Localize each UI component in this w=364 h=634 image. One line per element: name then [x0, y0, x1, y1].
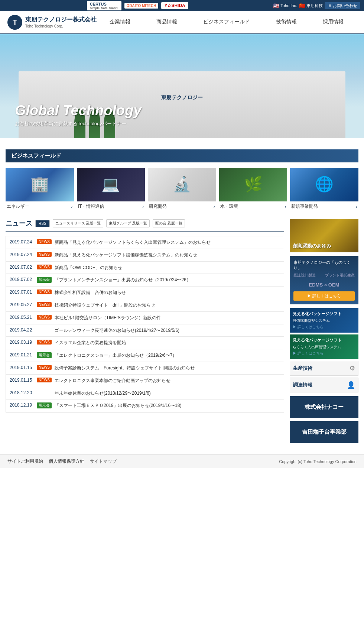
- news-item-date: 2019.07.24: [10, 239, 34, 245]
- energy-arrow-icon: ›: [71, 204, 73, 209]
- news-item[interactable]: 2019.05.27NEWS技術紹介特設ウェブサイト「drill」開設のお知らせ: [6, 299, 284, 312]
- news-item-text: 新商品「見える化パッケージソフト設備稼働監視システム」のお知らせ: [55, 252, 197, 258]
- news-item-tag: NEWS: [37, 365, 52, 370]
- sidebar-nako-button[interactable]: 株式会社ナコー: [290, 396, 358, 418]
- news-item-date: 2019.07.24: [10, 252, 34, 257]
- sidebar-production-text: 生産技術: [293, 365, 312, 372]
- news-item-tag: 展示会: [37, 402, 52, 408]
- news-item-tag: [37, 390, 52, 391]
- sidebar-mieru1-block[interactable]: 見える化パッケージソフト 設備稼働監視システム ▶ 詳しくはこちら: [290, 308, 358, 333]
- news-item[interactable]: 2019.05.21NEWS本社ビル1階交流サロン（TIME'Sラウンジ）新設の…: [6, 312, 284, 324]
- news-item[interactable]: 2019.03.19NEWSイスラエル企業との業務提携を開始: [6, 337, 284, 349]
- logo-text: 東朋テクノロジー株式会社 Toho Technology Corp.: [25, 16, 97, 29]
- news-item-tag: [37, 327, 52, 328]
- news-item[interactable]: 2019.01.15NEWSエレクトロニクス事業本部のご紹介動画アップのお知らせ: [6, 375, 284, 387]
- nav-technology[interactable]: 技術情報: [270, 15, 302, 30]
- nav-recruit[interactable]: 採用情報: [317, 15, 349, 30]
- sidebar-yoshida-button[interactable]: 吉田端子台事業部: [290, 421, 358, 443]
- sidebar-edms-button[interactable]: ▶ 詳しくはこちら: [293, 291, 355, 301]
- business-item-water[interactable]: 水・環境 ›: [219, 168, 287, 211]
- water-arrow-icon: ›: [285, 204, 286, 209]
- site-footer: サイトご利用規約 個人情報保護方針 サイトマップ Copyright (c) T…: [0, 454, 364, 468]
- news-item-date: 2018.12.19: [10, 402, 34, 408]
- business-section: ビジネスフィールド エネルギー › IT・情報通信 › 研究開発 ›: [0, 149, 364, 211]
- nav-business[interactable]: ビジネスフィールド: [198, 15, 256, 30]
- us-flag-icon: 🇺🇸: [273, 3, 279, 9]
- yoshida-logo: Y☆SHIDA: [161, 2, 188, 9]
- business-item-energy[interactable]: エネルギー ›: [6, 168, 74, 211]
- footer-link-privacy[interactable]: 個人情報保護方針: [49, 458, 84, 465]
- business-label-research: 研究開発 ›: [148, 201, 216, 211]
- sidebar-history-block[interactable]: 創意躍動のあゆみ: [290, 219, 358, 252]
- rss-button[interactable]: RSS: [35, 220, 50, 227]
- news-section: ニュース RSS ニュースリリース 及版一覧 東朋グループ 及版一覧 匠の会 及…: [6, 219, 284, 443]
- nav-products[interactable]: 商品情報: [151, 15, 183, 30]
- logo-jp: 東朋テクノロジー株式会社: [25, 16, 97, 24]
- news-item-date: 2019.03.19: [10, 340, 34, 345]
- nav-company[interactable]: 企業情報: [104, 15, 136, 30]
- news-item[interactable]: 2019.04.22ゴールデンウィーク長期連休のお知らせ(2019/4/27〜2…: [6, 324, 284, 337]
- business-item-it[interactable]: IT・情報通信 ›: [77, 168, 145, 211]
- news-item[interactable]: 2019.07.24NEWS新商品「見える化パッケージソフト設備稼働監視システム…: [6, 249, 284, 262]
- news-item[interactable]: 2019.07.02展示会「プラントメンテナンスショー」出展のお知らせ（2019…: [6, 274, 284, 287]
- news-item-date: 2019.05.27: [10, 302, 34, 307]
- footer-link-terms[interactable]: サイトご利用規約: [7, 458, 43, 465]
- sidebar-mieru2-link[interactable]: ▶ 詳しくはこちら: [293, 351, 355, 356]
- procurement-arrow-icon: 👤: [347, 381, 355, 389]
- business-thumb-it: [77, 168, 145, 201]
- sidebar-edms-block[interactable]: 東朋テクノロジーの「ものづくり」 受託設計製造 ブランド委託生産 EDMS × …: [290, 256, 358, 304]
- news-item[interactable]: 2019.01.21展示会「エレクトロニクスショー」出展のお知らせ（2019/2…: [6, 349, 284, 362]
- news-item-text: 新商品「見える化パッケージソフトらくらく入出庫管理システム」のお知らせ: [55, 239, 211, 246]
- logo-mark: T: [7, 15, 22, 30]
- toho-inc-label: Toho Inc.: [280, 3, 297, 8]
- toho-cn-link[interactable]: 🇨🇳 東朋科技: [299, 3, 323, 9]
- hero-title: Global Technology: [15, 103, 142, 119]
- research-arrow-icon: ›: [214, 204, 215, 209]
- news-item-tag: 展示会: [37, 352, 52, 358]
- news-item-text: 「プラントメンテナンスショー」出展のお知らせ（2019/7/24〜26）: [55, 277, 191, 283]
- sidebar-mieru1-title: 見える化パッケージソフト: [293, 311, 355, 317]
- monitor-icon: 🖥: [328, 3, 332, 8]
- edms-sub2: ブランド委託生産: [325, 273, 355, 278]
- sidebar-mieru1-link[interactable]: ▶ 詳しくはこちら: [293, 324, 355, 330]
- news-item-text: エレクトロニクス事業本部のご紹介動画アップのお知らせ: [55, 378, 170, 384]
- sidebar-mieru2-block[interactable]: 見える化パッケージソフト らくらく入出庫管理システム ▶ 詳しくはこちら: [290, 334, 358, 359]
- group-news-button[interactable]: 東朋グループ 及版一覧: [106, 219, 150, 227]
- footer-link-sitemap[interactable]: サイトマップ: [90, 458, 117, 465]
- news-item-text: 株式会社相互設備 合併のお知らせ: [55, 289, 126, 296]
- news-release-button[interactable]: ニュースリリース 及版一覧: [53, 219, 104, 227]
- footer-links: サイトご利用規約 個人情報保護方針 サイトマップ: [7, 458, 117, 465]
- site-header: T 東朋テクノロジー株式会社 Toho Technology Corp. 企業情…: [0, 11, 364, 34]
- news-item[interactable]: 2019.01.15NEWS設備予兆診断システム「Foresight」特設ウェブ…: [6, 362, 284, 375]
- news-item[interactable]: 2019.07.01NEWS株式会社相互設備 合併のお知らせ: [6, 287, 284, 299]
- logo-en: Toho Technology Corp.: [25, 24, 97, 29]
- main-content: ニュース RSS ニュースリリース 及版一覧 東朋グループ 及版一覧 匠の会 及…: [0, 219, 364, 443]
- it-arrow-icon: ›: [142, 204, 144, 209]
- edms-sub1: 受託設計製造: [293, 273, 316, 278]
- news-item-date: 2019.04.22: [10, 327, 34, 333]
- news-item-text: 技術紹介特設ウェブサイト「drill」開設のお知らせ: [55, 302, 155, 308]
- sidebar-production-block[interactable]: 生産技術 ⚙: [290, 361, 358, 376]
- news-item-text: 本社ビル1階交流サロン（TIME'Sラウンジ）新設の件: [55, 315, 161, 321]
- news-item-text: 新商品「OWLCODE」のお知らせ: [55, 265, 122, 271]
- business-label-energy: エネルギー ›: [6, 201, 74, 211]
- news-item[interactable]: 2019.07.24NEWS新商品「見える化パッケージソフトらくらく入出庫管理シ…: [6, 236, 284, 249]
- news-item[interactable]: 2018.12.20年末年始休業のお知らせ(2018/12/29〜2019/1/…: [6, 387, 284, 400]
- footer-copyright: Copyright (c) Toho Technology Corporatio…: [279, 459, 357, 464]
- sidebar-edms-main: EDMS × OEM: [293, 280, 355, 288]
- contact-link[interactable]: 🖥 お問い合わせ: [325, 2, 360, 9]
- top-bar-links: 🇺🇸 Toho Inc. 🇨🇳 東朋科技 🖥 お問い合わせ: [273, 2, 360, 9]
- sidebar-mieru2-sub: らくらく入出庫管理システム: [293, 345, 355, 350]
- news-item-date: 2019.01.15: [10, 378, 34, 383]
- news-item-tag: NEWS: [37, 378, 52, 382]
- sidebar-procurement-block[interactable]: 調達情報 👤: [290, 378, 358, 392]
- sidebar-history-image[interactable]: 創意躍動のあゆみ: [290, 219, 358, 252]
- business-item-research[interactable]: 研究開発 ›: [148, 168, 216, 211]
- partner-logos: CERTUSSimple. Safe. Smart. ODAITO MITECH…: [4, 1, 271, 10]
- news-item[interactable]: 2019.07.02NEWS新商品「OWLCODE」のお知らせ: [6, 262, 284, 274]
- business-thumb-energy: [6, 168, 74, 201]
- news-item[interactable]: 2018.12.19展示会『スマート工場ＥＸＰＯ2019』出展のお知らせ(201…: [6, 400, 284, 412]
- business-item-new[interactable]: 新規事業開発 ›: [290, 168, 358, 211]
- takumi-button[interactable]: 匠の会 及版一覧: [153, 219, 185, 227]
- toho-inc-link[interactable]: 🇺🇸 Toho Inc.: [273, 3, 297, 9]
